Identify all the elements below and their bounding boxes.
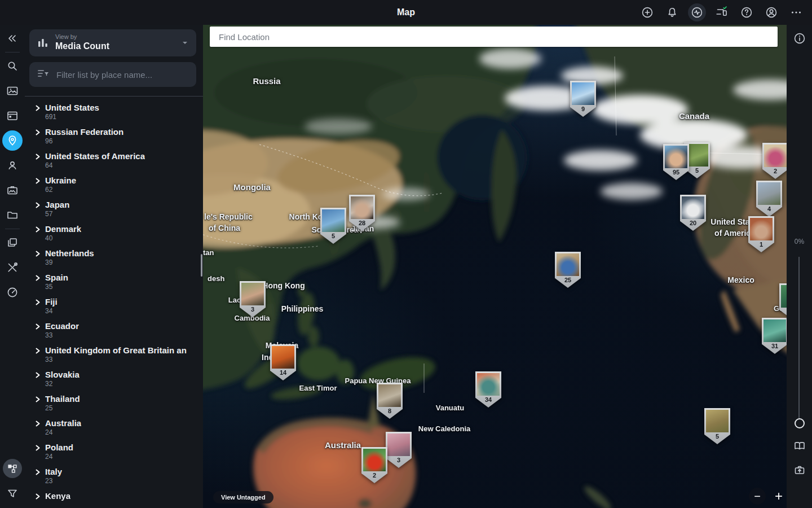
marker-media-count: 34 xyxy=(475,396,501,403)
view-by-dropdown[interactable]: View by Media Count xyxy=(29,29,196,56)
account-icon[interactable] xyxy=(759,0,784,25)
map-photo-marker[interactable]: 3 xyxy=(240,281,266,317)
map-photo-marker[interactable]: 9 xyxy=(570,81,596,117)
place-row[interactable]: Denmark40 xyxy=(25,221,203,246)
map-photo-marker[interactable]: 14 xyxy=(270,344,296,380)
chevron-right-icon[interactable] xyxy=(30,224,45,233)
marker-media-count: 4 xyxy=(756,205,782,212)
place-row[interactable]: Ukraine62 xyxy=(25,173,203,197)
add-circle-icon[interactable] xyxy=(635,0,660,25)
sidebar-item-folders[interactable] xyxy=(0,203,25,227)
marker-photo-thumbnail xyxy=(241,283,264,305)
sidebar-item-people[interactable] xyxy=(0,153,25,178)
chevron-right-icon[interactable] xyxy=(30,296,45,306)
place-row[interactable]: Fiji34 xyxy=(25,294,203,318)
map-photo-marker[interactable]: 5 xyxy=(320,208,346,244)
place-media-count: 64 xyxy=(45,161,145,170)
place-media-count: 23 xyxy=(45,477,62,485)
place-row[interactable]: Australia24 xyxy=(25,415,203,440)
place-filter[interactable] xyxy=(29,62,196,87)
sidebar-item-dashboard[interactable] xyxy=(0,280,25,305)
sidebar-item-search[interactable] xyxy=(0,54,25,78)
place-row[interactable]: Ecuador33 xyxy=(25,318,203,343)
map-photo-marker[interactable]: 28 xyxy=(349,195,375,231)
marker-shape: 5 xyxy=(320,208,346,244)
map-photo-marker[interactable]: 5 xyxy=(704,408,730,444)
map-photo-marker[interactable]: 2 xyxy=(762,143,787,179)
map-photo-marker[interactable]: 25 xyxy=(555,252,581,288)
chevron-right-icon[interactable] xyxy=(30,345,45,354)
reader-icon[interactable] xyxy=(787,439,812,453)
sidebar-item-collapse[interactable] xyxy=(0,26,25,51)
chevron-right-icon[interactable] xyxy=(30,418,45,427)
chevron-right-icon[interactable] xyxy=(30,102,45,112)
place-row[interactable]: Poland24 xyxy=(25,440,203,464)
place-row[interactable]: United States of America64 xyxy=(25,148,203,173)
place-row[interactable]: Thailand25 xyxy=(25,391,203,415)
place-name: United States of America xyxy=(45,151,145,161)
chevron-right-icon[interactable] xyxy=(30,151,45,160)
sidebar-item-import[interactable] xyxy=(0,178,25,203)
marker-photo-thumbnail xyxy=(387,433,410,456)
activity-icon[interactable] xyxy=(685,0,709,25)
zoom-slider-track[interactable] xyxy=(798,257,800,419)
place-row[interactable]: Slovakia32 xyxy=(25,367,203,391)
marker-shape: 9 xyxy=(570,81,596,117)
help-icon[interactable] xyxy=(734,0,759,25)
sidebar-item-copies[interactable] xyxy=(0,230,25,255)
map-photo-marker[interactable]: 1 xyxy=(748,216,774,252)
map-photo-marker[interactable]: 2 xyxy=(361,447,387,483)
more-icon[interactable] xyxy=(784,0,809,25)
place-row[interactable]: Russian Federation96 xyxy=(25,124,203,148)
marker-photo-thumbnail xyxy=(557,253,579,276)
chevron-right-icon[interactable] xyxy=(30,393,45,403)
place-row[interactable]: United Kingdom of Great Britain an33 xyxy=(25,343,203,367)
places-scrollbar[interactable] xyxy=(201,254,202,277)
map-photo-marker[interactable] xyxy=(779,283,787,319)
sidebar-item-relationships[interactable] xyxy=(0,456,25,481)
map-photo-marker[interactable]: 31 xyxy=(762,318,787,354)
sidebar-item-tools[interactable] xyxy=(0,255,25,280)
map-photo-marker[interactable]: 95 xyxy=(663,144,689,180)
sidebar-item-photos[interactable] xyxy=(0,78,25,103)
sidebar-item-map-pin[interactable] xyxy=(0,128,25,153)
chevron-right-icon[interactable] xyxy=(30,369,45,379)
chevron-right-icon[interactable] xyxy=(30,491,45,500)
place-row[interactable]: Spain35 xyxy=(25,270,203,294)
marker-photo-thumbnail xyxy=(758,182,780,205)
chevron-right-icon[interactable] xyxy=(30,199,45,209)
view-untagged-button[interactable]: View Untagged xyxy=(213,491,273,503)
map-photo-marker[interactable]: 4 xyxy=(756,181,782,217)
map-photo-marker[interactable]: 3 xyxy=(386,432,412,468)
find-location-input[interactable] xyxy=(210,27,778,47)
info-icon[interactable] xyxy=(787,32,812,45)
marker-photo-accent xyxy=(557,253,579,276)
chevron-right-icon[interactable] xyxy=(30,126,45,136)
devices-sync-icon[interactable] xyxy=(709,0,734,25)
place-name: Australia xyxy=(45,418,81,428)
chevron-right-icon[interactable] xyxy=(30,248,45,257)
map-photo-marker[interactable]: 20 xyxy=(680,195,706,231)
chevron-right-icon[interactable] xyxy=(30,272,45,282)
place-row[interactable]: Kenya xyxy=(25,488,203,504)
zoom-in-button[interactable]: + xyxy=(770,488,787,505)
sidebar-item-calendar[interactable] xyxy=(0,103,25,128)
map-canvas[interactable]: RussiaMongoliale's Republicof Chinatande… xyxy=(203,25,787,508)
marker-shape xyxy=(779,283,787,319)
sidebar-item-filter[interactable] xyxy=(0,481,25,506)
place-row[interactable]: Netherlands39 xyxy=(25,246,203,270)
place-filter-input[interactable] xyxy=(55,69,191,80)
map-photo-marker[interactable]: 8 xyxy=(377,383,403,419)
notifications-icon[interactable] xyxy=(660,0,685,25)
chevron-right-icon[interactable] xyxy=(30,321,45,330)
place-row[interactable]: Italy23 xyxy=(25,464,203,488)
chevron-right-icon[interactable] xyxy=(30,175,45,185)
zoom-slider-handle[interactable] xyxy=(795,418,805,428)
chevron-right-icon[interactable] xyxy=(30,466,45,476)
export-icon[interactable] xyxy=(787,463,812,477)
map-photo-marker[interactable]: 34 xyxy=(475,371,501,408)
zoom-out-button[interactable]: − xyxy=(749,488,766,505)
place-row[interactable]: United States691 xyxy=(25,100,203,124)
place-row[interactable]: Japan57 xyxy=(25,197,203,221)
chevron-right-icon[interactable] xyxy=(30,442,45,452)
